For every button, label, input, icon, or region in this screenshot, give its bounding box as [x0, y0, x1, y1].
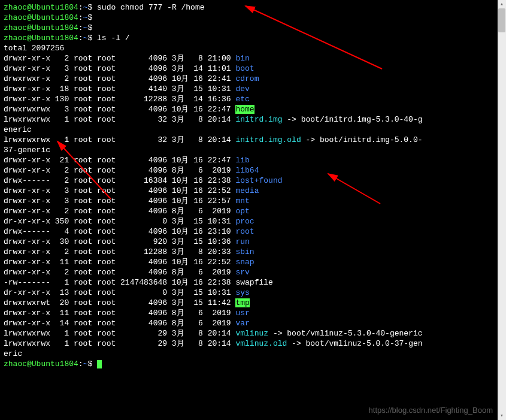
ls-row: lrwxrwxrwx 1 root root 32 3月 8 20:14 ini… [4, 135, 494, 145]
ls-row-meta: drwxr-xr-x 3 root root 4096 10月 16 22:57 [4, 197, 235, 206]
ls-row-meta: drwxr-xr-x 2 root root 4096 8月 6 2019 [4, 268, 235, 277]
ls-row-meta: drwxr-xr-x 3 root root 4096 10月 16 22:52 [4, 186, 235, 195]
ls-row: drwxr-xr-x 3 root root 4096 10月 16 22:52… [4, 186, 494, 196]
symlink-target: -> boot/vmlinuz-5.3.0-40-generic [268, 329, 422, 338]
ls-row-meta: lrwxrwxrwx 1 root root 32 3月 8 20:14 [4, 135, 235, 144]
file-name: lib64 [235, 166, 259, 175]
symlink-target: -> boot/initrd.img-5.3.0-40-g [282, 115, 422, 124]
ls-row-meta: drwx------ 4 root root 4096 10月 16 23:10 [4, 227, 235, 236]
prompt-symbol: $ [87, 359, 97, 368]
ls-row: drwxr-xr-x 2 root root 4096 8月 6 2019 li… [4, 165, 494, 176]
file-name: mnt [235, 197, 249, 206]
ls-row: drwxrwxrwx 3 root root 4096 10月 16 22:47… [4, 104, 494, 114]
watermark-text: https://blog.csdn.net/Fighting_Boom [369, 405, 493, 415]
prompt-colon: : [78, 359, 83, 368]
ls-row-meta: drwxr-xr-x 130 root root 12288 3月 14 16:… [4, 95, 235, 104]
command-line: zhaoc@Ubuntu1804:~$ [4, 23, 494, 33]
ls-row: drwxr-xr-x 14 root root 4096 8月 6 2019 v… [4, 318, 494, 328]
file-name: swapfile [235, 278, 272, 287]
command-line-current: zhaoc@Ubuntu1804:~$ [4, 359, 494, 369]
prompt-colon: : [78, 13, 83, 22]
dir-name-highlight: home [235, 105, 254, 114]
ls-row-meta: drwxr-xr-x 18 root root 4140 3月 15 10:31 [4, 84, 235, 93]
file-name: sys [235, 288, 249, 297]
ls-row: lrwxrwxrwx 1 root root 29 3月 8 20:14 vml… [4, 339, 494, 349]
prompt-symbol: $ [87, 34, 97, 43]
file-name: bin [235, 54, 249, 63]
ls-row-meta: lrwxrwxrwx 1 root root 29 3月 8 20:14 [4, 329, 235, 338]
ls-row-meta: drwxr-xr-x 21 root root 4096 10月 16 22:4… [4, 156, 235, 165]
ls-row-wrap: eneric [4, 125, 494, 135]
scrollbar-thumb[interactable] [498, 8, 505, 32]
file-name: vmlinuz [235, 329, 268, 338]
prompt-colon: : [78, 34, 83, 43]
ls-row-meta: lrwxrwxrwx 1 root root 29 3月 8 20:14 [4, 339, 235, 348]
ls-row: drwxr-xr-x 2 root root 12288 3月 8 20:33 … [4, 247, 494, 257]
file-name: sbin [235, 247, 254, 256]
file-name: media [235, 186, 259, 195]
scroll-up-icon[interactable]: ▴ [498, 0, 506, 8]
ls-row-meta: drwxr-xr-x 11 root root 4096 8月 6 2019 [4, 309, 235, 318]
ls-row-meta: drwxr-xr-x 2 root root 4096 8月 6 2019 [4, 166, 235, 175]
ls-row: drwxr-xr-x 2 root root 4096 3月 8 21:00 b… [4, 53, 494, 64]
symlink-target: -> boot/vmlinuz-5.0.0-37-gen [287, 339, 422, 348]
dir-name-highlight: tmp [235, 298, 249, 307]
file-name: snap [235, 258, 254, 267]
prompt-colon: : [78, 23, 83, 32]
file-name: lib [235, 156, 249, 165]
ls-row-meta: drwxr-xr-x 2 root root 4096 8月 6 2019 [4, 207, 235, 216]
file-name: root [235, 227, 254, 236]
ls-row: drwxr-xr-x 3 root root 4096 10月 16 22:57… [4, 196, 494, 206]
ls-row: lrwxrwxrwx 1 root root 29 3月 8 20:14 vml… [4, 328, 494, 339]
ls-row: drwxr-xr-x 11 root root 4096 8月 6 2019 u… [4, 308, 494, 318]
ls-row: drwx------ 2 root root 16384 10月 16 22:3… [4, 176, 494, 186]
command-line: zhaoc@Ubuntu1804:~$ [4, 13, 494, 23]
ls-row-meta: drwxr-xr-x 30 root root 920 3月 15 10:36 [4, 237, 235, 246]
command-text: sudo chmod 777 -R /home [97, 3, 204, 12]
ls-row: drwxrwxr-x 2 root root 4096 10月 16 22:41… [4, 74, 494, 84]
file-name: dev [235, 84, 249, 93]
ls-row: drwx------ 4 root root 4096 10月 16 23:10… [4, 226, 494, 237]
ls-row-meta: dr-xr-xr-x 350 root root 0 3月 15 10:31 [4, 217, 235, 226]
command-text: ls -l / [97, 34, 130, 43]
ls-row: drwxrwxrwt 20 root root 4096 3月 15 11:42… [4, 298, 494, 308]
command-line: zhaoc@Ubuntu1804:~$ ls -l / [4, 33, 494, 43]
ls-row-meta: drwxr-xr-x 3 root root 4096 3月 14 11:01 [4, 64, 235, 73]
ls-row: dr-xr-xr-x 13 root root 0 3月 15 10:31 sy… [4, 288, 494, 298]
ls-row: drwxr-xr-x 18 root root 4140 3月 15 10:31… [4, 84, 494, 94]
prompt-symbol: $ [87, 3, 97, 12]
file-name: lost+found [235, 176, 282, 185]
ls-row: dr-xr-xr-x 350 root root 0 3月 15 10:31 p… [4, 216, 494, 226]
ls-row: drwxr-xr-x 2 root root 4096 8月 6 2019 sr… [4, 267, 494, 277]
file-name: etc [235, 95, 249, 104]
cursor-icon [97, 360, 102, 368]
file-name: initrd.img.old [235, 135, 301, 144]
file-name: vmlinuz.old [235, 339, 287, 348]
ls-row-meta: lrwxrwxrwx 1 root root 32 3月 8 20:14 [4, 115, 235, 124]
ls-row-wrap: eric [4, 349, 494, 359]
ls-row-meta: drwxrwxr-x 2 root root 4096 10月 16 22:41 [4, 74, 235, 83]
ls-total-line: total 2097256 [4, 43, 494, 53]
ls-row: drwxr-xr-x 30 root root 920 3月 15 10:36 … [4, 237, 494, 247]
ls-row-meta: dr-xr-xr-x 13 root root 0 3月 15 10:31 [4, 288, 235, 297]
ls-row-meta: drwxr-xr-x 2 root root 12288 3月 8 20:33 [4, 247, 235, 256]
ls-row-meta: drwxr-xr-x 14 root root 4096 8月 6 2019 [4, 319, 235, 328]
ls-row: drwxr-xr-x 11 root root 4096 10月 16 22:5… [4, 257, 494, 267]
ls-row-meta: drwxr-xr-x 11 root root 4096 10月 16 22:5… [4, 258, 235, 267]
ls-row: drwxr-xr-x 3 root root 4096 3月 14 11:01 … [4, 64, 494, 74]
ls-row-wrap: 37-generic [4, 145, 494, 155]
prompt-user-host: zhaoc@Ubuntu1804 [4, 34, 78, 43]
symlink-target: -> boot/initrd.img-5.0.0- [301, 135, 423, 144]
ls-row-meta: drwxr-xr-x 2 root root 4096 3月 8 21:00 [4, 54, 235, 63]
ls-row-meta: drwxrwxrwx 3 root root 4096 10月 16 22:47 [4, 105, 235, 114]
prompt-user-host: zhaoc@Ubuntu1804 [4, 3, 78, 12]
ls-row-meta: -rw------- 1 root root 2147483648 10月 16… [4, 278, 235, 287]
scroll-down-icon[interactable]: ▾ [498, 412, 506, 420]
ls-row: lrwxrwxrwx 1 root root 32 3月 8 20:14 ini… [4, 114, 494, 125]
ls-row-meta: drwx------ 2 root root 16384 10月 16 22:3… [4, 176, 235, 185]
terminal-output[interactable]: zhaoc@Ubuntu1804:~$ sudo chmod 777 -R /h… [0, 0, 498, 420]
vertical-scrollbar[interactable]: ▴ ▾ [498, 0, 506, 420]
ls-row: drwxr-xr-x 21 root root 4096 10月 16 22:4… [4, 155, 494, 165]
ls-row-meta: drwxrwxrwt 20 root root 4096 3月 15 11:42 [4, 298, 235, 307]
ls-row: drwxr-xr-x 130 root root 12288 3月 14 16:… [4, 94, 494, 104]
